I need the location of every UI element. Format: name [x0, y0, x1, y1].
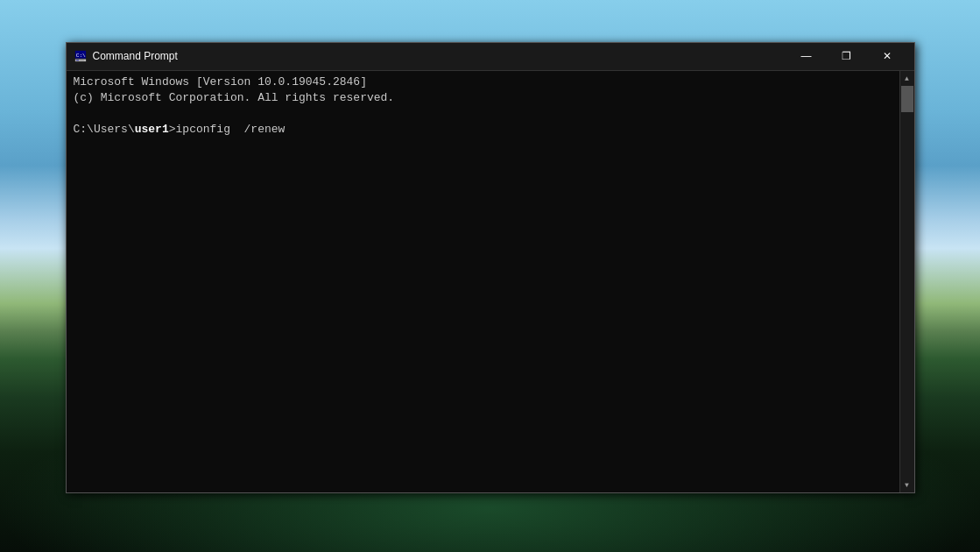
scroll-down-arrow[interactable]: ▼ — [899, 478, 914, 492]
maximize-button[interactable]: ❐ — [827, 42, 867, 70]
console-line-3 — [74, 106, 892, 122]
close-button[interactable]: ✕ — [867, 42, 907, 70]
title-bar: C:\ Command Prompt — ❐ ✕ — [67, 43, 914, 71]
scrollbar-thumb[interactable] — [901, 86, 913, 112]
cmd-icon: C:\ — [74, 49, 88, 63]
svg-text:C:\: C:\ — [75, 53, 85, 59]
console-output[interactable]: Microsoft Windows [Version 10.0.19045.28… — [67, 71, 899, 492]
scroll-up-arrow[interactable]: ▲ — [899, 71, 914, 86]
minimize-button[interactable]: — — [786, 42, 827, 70]
command-prompt-window: C:\ Command Prompt — ❐ ✕ Microsoft Windo… — [66, 42, 915, 493]
console-line-2: (c) Microsoft Corporation. All rights re… — [74, 90, 892, 106]
console-line-1: Microsoft Windows [Version 10.0.19045.28… — [74, 74, 892, 90]
console-line-4: C:\Users\user1>ipconfig /renew — [74, 122, 892, 138]
svg-rect-4 — [75, 60, 79, 60]
svg-rect-5 — [80, 60, 84, 60]
console-body[interactable]: Microsoft Windows [Version 10.0.19045.28… — [67, 71, 914, 492]
vertical-scrollbar[interactable]: ▲ ▼ — [899, 71, 914, 492]
scrollbar-track[interactable] — [900, 86, 914, 478]
window-controls: — ❐ ✕ — [786, 42, 907, 70]
window-title: Command Prompt — [93, 50, 786, 62]
